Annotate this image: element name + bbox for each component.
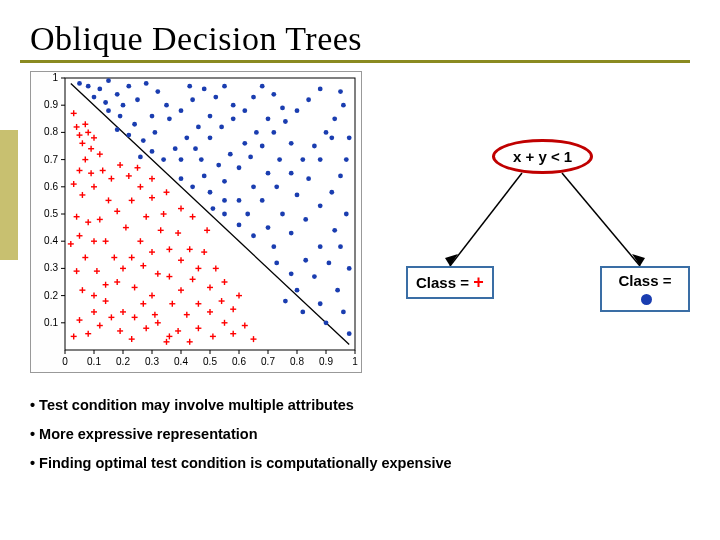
tree-root-node: x + y < 1 (492, 139, 593, 174)
svg-point-261 (118, 114, 123, 119)
svg-point-281 (179, 157, 184, 162)
svg-point-260 (132, 122, 137, 127)
svg-point-310 (277, 157, 282, 162)
svg-point-278 (161, 157, 166, 162)
svg-point-259 (150, 114, 155, 119)
plus-icon: + (473, 272, 484, 292)
svg-point-336 (303, 217, 308, 222)
svg-point-358 (341, 310, 346, 315)
svg-point-319 (289, 171, 294, 176)
svg-point-349 (312, 274, 317, 279)
svg-point-335 (289, 231, 294, 236)
svg-point-262 (106, 108, 111, 113)
bullet-item: • More expressive representation (30, 420, 690, 449)
svg-point-296 (202, 174, 207, 179)
svg-point-268 (179, 108, 184, 113)
svg-point-275 (196, 125, 201, 130)
svg-point-252 (115, 92, 120, 97)
svg-point-348 (295, 288, 300, 293)
svg-text:0.9: 0.9 (319, 356, 333, 367)
bullet-item: • Test condition may involve multiple at… (30, 391, 690, 420)
svg-point-354 (318, 301, 323, 306)
svg-point-258 (164, 103, 169, 108)
svg-text:0.8: 0.8 (44, 126, 58, 137)
svg-line-365 (562, 173, 640, 266)
svg-point-337 (318, 203, 323, 208)
svg-point-324 (341, 103, 346, 108)
scatter-plot: 00.10.20.30.40.50.60.70.80.910.10.20.30.… (30, 71, 362, 373)
svg-point-291 (266, 116, 271, 121)
svg-point-274 (208, 114, 213, 119)
svg-point-247 (86, 84, 91, 89)
svg-point-340 (344, 157, 349, 162)
side-accent-bar (0, 130, 18, 260)
svg-point-249 (106, 78, 111, 83)
svg-point-346 (289, 271, 294, 276)
svg-text:0.9: 0.9 (44, 99, 58, 110)
svg-text:1: 1 (352, 356, 358, 367)
svg-point-351 (338, 244, 343, 249)
svg-point-341 (347, 135, 352, 140)
svg-point-356 (283, 299, 288, 304)
bullet-list: • Test condition may involve multiple at… (30, 391, 690, 478)
svg-point-325 (338, 89, 343, 94)
svg-point-327 (318, 157, 323, 162)
svg-point-266 (153, 130, 158, 135)
svg-point-342 (344, 212, 349, 217)
svg-point-273 (231, 103, 236, 108)
svg-point-332 (251, 233, 256, 238)
svg-point-284 (219, 125, 224, 130)
leaf-right-prefix: Class = (619, 272, 672, 289)
svg-point-333 (237, 222, 242, 227)
svg-point-253 (126, 84, 131, 89)
svg-point-316 (245, 212, 250, 217)
svg-point-285 (231, 116, 236, 121)
svg-point-265 (141, 138, 146, 143)
svg-point-293 (242, 141, 247, 146)
svg-text:0.7: 0.7 (44, 154, 58, 165)
svg-point-345 (303, 258, 308, 263)
svg-point-305 (283, 119, 288, 124)
svg-point-331 (266, 225, 271, 230)
svg-text:0.6: 0.6 (44, 181, 58, 192)
page-title: Oblique Decision Trees (30, 20, 690, 58)
svg-point-360 (222, 198, 227, 203)
svg-point-338 (329, 190, 334, 195)
svg-point-251 (103, 100, 108, 105)
svg-point-263 (115, 127, 120, 132)
svg-point-301 (237, 165, 242, 170)
svg-point-330 (280, 212, 285, 217)
svg-point-272 (222, 84, 227, 89)
svg-point-329 (295, 193, 300, 198)
svg-point-288 (260, 84, 265, 89)
svg-point-269 (190, 97, 195, 102)
svg-point-315 (211, 206, 216, 211)
svg-point-343 (332, 228, 337, 233)
dot-icon (641, 294, 652, 305)
svg-point-339 (338, 174, 343, 179)
svg-text:0.1: 0.1 (87, 356, 101, 367)
leaf-left-prefix: Class = (416, 274, 473, 291)
svg-text:0.6: 0.6 (232, 356, 246, 367)
svg-point-320 (300, 157, 305, 162)
svg-text:0.8: 0.8 (290, 356, 304, 367)
decision-tree: x + y < 1 Class = + Class = (362, 71, 690, 371)
svg-point-270 (202, 86, 207, 91)
svg-point-255 (135, 97, 140, 102)
svg-point-254 (121, 103, 126, 108)
svg-point-282 (193, 146, 198, 151)
svg-point-314 (222, 212, 227, 217)
svg-point-323 (332, 116, 337, 121)
svg-point-311 (266, 171, 271, 176)
svg-point-344 (318, 244, 323, 249)
svg-point-286 (242, 108, 247, 113)
svg-point-309 (289, 141, 294, 146)
svg-point-359 (347, 331, 352, 336)
svg-point-256 (144, 81, 149, 86)
svg-point-352 (347, 266, 352, 271)
svg-point-334 (271, 244, 276, 249)
svg-point-322 (324, 130, 329, 135)
svg-point-312 (251, 184, 256, 189)
tree-leaf-left: Class = + (406, 266, 494, 299)
svg-point-250 (92, 95, 97, 100)
